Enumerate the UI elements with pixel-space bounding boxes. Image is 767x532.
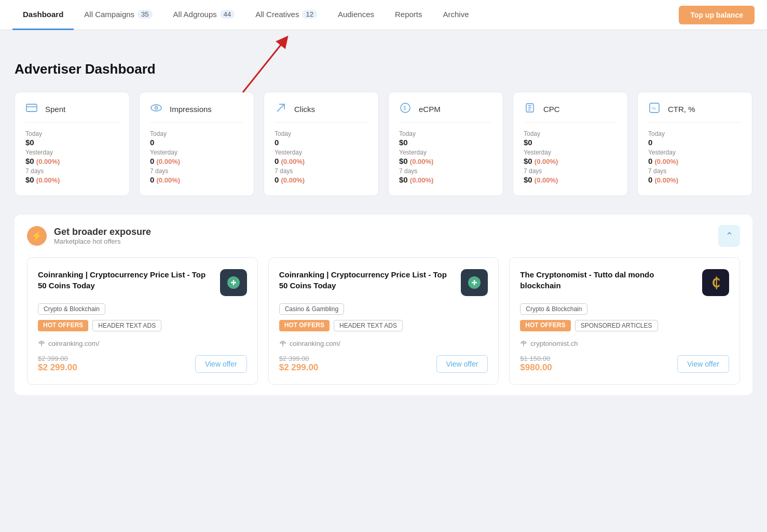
price-new-0: $2 299.00 <box>38 362 77 373</box>
offer-cat-2: Crypto & Blockchain <box>520 303 729 320</box>
price-old-1: $2 399.00 <box>279 355 319 362</box>
view-offer-btn-2[interactable]: View offer <box>677 355 729 373</box>
stat-7days-spent: 7 days $0 (0.00%) <box>25 167 119 184</box>
offer-tag-hot-1: HOT OFFERS <box>279 320 330 331</box>
offer-pricing-2: $1 150.00 $980.00 View offer <box>520 355 729 373</box>
exposure-title-area: ⚡ Get broader exposure Marketplace hot o… <box>27 226 151 246</box>
stat-card-clicks: Clicks Today 0 Yesterday 0 (0.00%) 7 day… <box>264 92 379 196</box>
offer-card-2: The Cryptonomist - Tutto dal mondo block… <box>509 257 740 385</box>
nav-item-archive[interactable]: Archive <box>433 0 480 30</box>
nav-label-dashboard: Dashboard <box>23 10 63 19</box>
offer-logo-2: ₵ <box>702 269 729 296</box>
nav-item-creatives[interactable]: All Creatives 12 <box>245 0 327 30</box>
nav-bar: Dashboard All Campaigns 35 All Adgroups … <box>0 0 767 30</box>
stat-card-impressions: Impressions Today 0 Yesterday 0 (0.00%) … <box>139 92 254 196</box>
view-offer-btn-1[interactable]: View offer <box>436 355 488 373</box>
offers-row: Coinranking | Cryptocurrency Price List … <box>27 257 740 385</box>
price-old-2: $1 150.00 <box>520 355 552 362</box>
nav-badge-campaigns: 35 <box>138 10 152 19</box>
stat-title-ecpm: eCPM <box>419 105 441 114</box>
offer-tag-type-2: SPONSORED ARTICLES <box>575 320 658 331</box>
nav-item-adgroups[interactable]: All Adgroups 44 <box>163 0 245 30</box>
offer-url-1: coinranking.com/ <box>279 340 488 347</box>
price-old-0: $2 399.00 <box>38 355 77 362</box>
stat-card-header-clicks: Clicks <box>275 102 368 123</box>
offer-url-2: cryptonomist.ch <box>520 340 729 347</box>
stat-today-spent: Today $0 <box>25 130 119 147</box>
stat-title-spent: Spent <box>45 105 65 114</box>
view-offer-btn-0[interactable]: View offer <box>195 355 247 373</box>
offer-title-1: Coinranking | Cryptocurrency Price List … <box>279 269 454 291</box>
nav-item-dashboard[interactable]: Dashboard <box>12 0 74 30</box>
chevron-up-button[interactable]: ⌃ <box>718 225 740 247</box>
cpc-icon <box>524 102 538 116</box>
main-content: Advertiser Dashboard Spent Today $0 Yest… <box>0 30 767 411</box>
offer-logo-1 <box>461 269 488 296</box>
stat-card-header-ctr: % CTR, % <box>648 102 742 123</box>
offer-title-0: Coinranking | Cryptocurrency Price List … <box>38 269 213 291</box>
offer-card-0: Coinranking | Cryptocurrency Price List … <box>27 257 258 385</box>
top-up-button[interactable]: Top up balance <box>679 6 755 24</box>
svg-line-6 <box>277 104 284 111</box>
impressions-icon <box>150 102 165 116</box>
offer-tags-2: HOT OFFERS SPONSORED ARTICLES <box>520 320 729 331</box>
offer-tag-hot-2: HOT OFFERS <box>520 320 570 331</box>
nav-item-audiences[interactable]: Audiences <box>327 0 385 30</box>
ecpm-icon: $ <box>399 102 414 116</box>
stat-card-header-impressions: Impressions <box>150 102 243 123</box>
stat-card-spent: Spent Today $0 Yesterday $0 (0.00%) 7 da… <box>15 92 130 196</box>
offer-pricing-0: $2 399.00 $2 299.00 View offer <box>38 355 247 373</box>
svg-text:$: $ <box>403 105 406 111</box>
offer-card-top-2: The Cryptonomist - Tutto dal mondo block… <box>520 269 729 296</box>
svg-rect-2 <box>26 104 37 111</box>
nav-label-creatives: All Creatives <box>255 10 299 19</box>
nav-item-reports[interactable]: Reports <box>385 0 433 30</box>
nav-label-reports: Reports <box>395 10 422 19</box>
stats-row: Spent Today $0 Yesterday $0 (0.00%) 7 da… <box>15 92 752 196</box>
nav-badge-adgroups: 44 <box>220 10 235 19</box>
offer-logo-0 <box>220 269 247 296</box>
nav-item-campaigns[interactable]: All Campaigns 35 <box>74 0 162 30</box>
exposure-section: ⚡ Get broader exposure Marketplace hot o… <box>15 215 752 395</box>
svg-point-4 <box>151 105 161 111</box>
clicks-icon <box>275 102 289 116</box>
stat-title-cpc: CPC <box>543 105 560 114</box>
svg-point-5 <box>155 107 158 109</box>
stat-card-header-spent: Spent <box>25 102 119 123</box>
offer-tag-type-1: HEADER TEXT ADS <box>334 320 403 331</box>
exposure-subtitle: Marketplace hot offers <box>54 237 151 245</box>
offer-cat-0: Crypto & Blockchain <box>38 303 247 320</box>
offer-tag-hot-0: HOT OFFERS <box>38 320 88 331</box>
price-new-2: $980.00 <box>520 362 552 373</box>
offer-pricing-1: $2 399.00 $2 299.00 View offer <box>279 355 488 373</box>
stat-card-ctr: % CTR, % Today 0 Yesterday 0 (0.00%) 7 d… <box>637 92 752 196</box>
nav-label-audiences: Audiences <box>338 10 374 19</box>
stat-title-impressions: Impressions <box>170 105 212 114</box>
offer-card-top-1: Coinranking | Cryptocurrency Price List … <box>279 269 488 296</box>
stat-title-ctr: CTR, % <box>668 105 695 114</box>
offer-card-1: Coinranking | Cryptocurrency Price List … <box>268 257 499 385</box>
arrow-annotation <box>15 46 752 97</box>
offer-tags-0: HOT OFFERS HEADER TEXT ADS <box>38 320 247 331</box>
nav-badge-creatives: 12 <box>302 10 317 19</box>
offer-tags-1: HOT OFFERS HEADER TEXT ADS <box>279 320 488 331</box>
stat-card-cpc: CPC Today $0 Yesterday $0 (0.00%) 7 days… <box>513 92 628 196</box>
stat-yesterday-spent: Yesterday $0 (0.00%) <box>25 149 119 165</box>
offer-card-top-0: Coinranking | Cryptocurrency Price List … <box>38 269 247 296</box>
offer-title-2: The Cryptonomist - Tutto dal mondo block… <box>520 269 695 291</box>
svg-text:%: % <box>652 106 656 111</box>
stat-card-header-ecpm: $ eCPM <box>399 102 492 123</box>
exposure-title: Get broader exposure <box>54 227 151 237</box>
exposure-text: Get broader exposure Marketplace hot off… <box>54 227 151 245</box>
ctr-icon: % <box>648 102 663 116</box>
stat-card-header-cpc: CPC <box>524 102 617 123</box>
offer-tag-type-0: HEADER TEXT ADS <box>92 320 161 331</box>
svg-line-1 <box>243 40 284 92</box>
price-new-1: $2 299.00 <box>279 362 319 373</box>
nav-label-campaigns: All Campaigns <box>84 10 134 19</box>
nav-label-adgroups: All Adgroups <box>173 10 217 19</box>
exposure-header: ⚡ Get broader exposure Marketplace hot o… <box>27 225 740 247</box>
offer-url-0: coinranking.com/ <box>38 340 247 347</box>
stat-title-clicks: Clicks <box>294 105 315 114</box>
nav-items: Dashboard All Campaigns 35 All Adgroups … <box>12 0 480 30</box>
